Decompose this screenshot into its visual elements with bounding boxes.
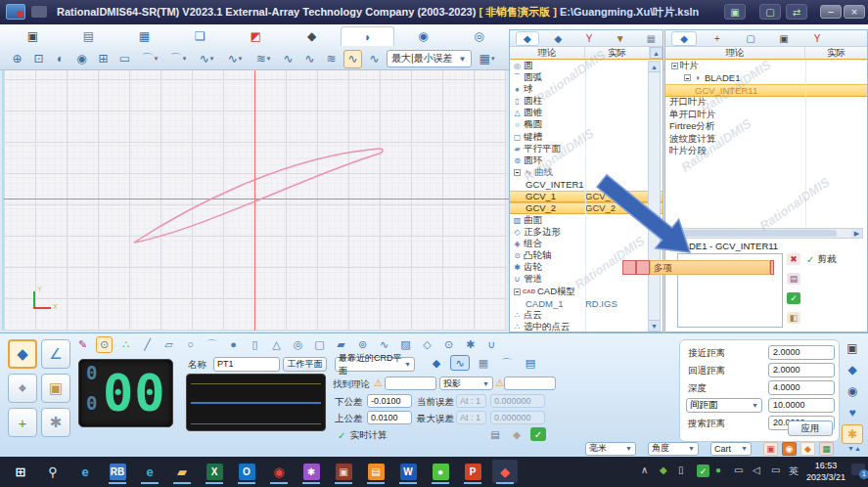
scrollbar-right-icon[interactable]: ▶ <box>851 229 862 238</box>
settings-gear-icon[interactable]: ✱ <box>842 424 863 444</box>
tree-row-圆环[interactable]: ⊚圆环 <box>510 155 662 166</box>
tree-row-Firtree分析[interactable]: Firtree分析 <box>665 121 867 134</box>
chevron-down-icon[interactable]: ▾ <box>239 55 243 63</box>
ime-indicator[interactable]: 英 <box>789 465 799 478</box>
workplane-button[interactable]: 工作平面 <box>283 357 327 372</box>
checkbox-green-icon[interactable]: ✓ <box>787 292 800 304</box>
tree-row-椭圆[interactable]: ○椭圆 <box>510 119 662 131</box>
phone-tray-icon[interactable]: ▯ <box>678 465 684 475</box>
tree-row-点云[interactable]: ∴点云 <box>510 309 662 321</box>
output-tab[interactable]: ▣ <box>6 26 60 46</box>
surface-tool[interactable]: ▨ <box>397 336 414 353</box>
param-input-回退距离[interactable]: 2.0000 <box>768 363 835 377</box>
column-theory[interactable]: 理论 <box>665 47 805 59</box>
measure-pen-tool[interactable]: ✎ <box>74 336 91 353</box>
delete-red-icon[interactable]: ✖ <box>787 253 800 265</box>
screen-capture-tool[interactable]: ▭ <box>115 50 134 68</box>
outlook-icon[interactable]: O <box>234 460 259 483</box>
excel-icon[interactable]: X <box>202 460 227 483</box>
probe-path-tool-4[interactable]: ∿▾ <box>222 50 248 68</box>
layers-tab[interactable]: ❏ <box>173 26 227 46</box>
slot-tool[interactable]: ▢ <box>311 336 328 353</box>
gear-tool[interactable]: ✱ <box>462 336 479 353</box>
tree-row-圆[interactable]: ◎圆 <box>510 60 662 71</box>
colors-tab[interactable]: ◩ <box>229 26 283 46</box>
pipe-tool[interactable]: ∪ <box>483 336 500 353</box>
gauge-box-button[interactable]: ▣ <box>41 374 70 403</box>
tree-row-圆柱[interactable]: ▯圆柱 <box>510 95 662 107</box>
volume-tray-icon[interactable]: ◁ <box>753 465 760 475</box>
blue-app-icon[interactable]: RB <box>105 460 130 483</box>
probe-path-tool-1[interactable]: ⌒▾ <box>137 50 162 68</box>
apply-button[interactable]: 应用 <box>788 421 833 436</box>
geom-display-icon[interactable]: ◆ <box>427 355 446 371</box>
scroll-up-button[interactable]: ▲ <box>650 47 662 59</box>
tree-row-单开口叶片[interactable]: 单开口叶片 <box>665 109 867 121</box>
polygon-tool[interactable]: ◇ <box>419 336 435 353</box>
eraser-icon[interactable]: ◆ <box>509 427 525 441</box>
taskbar-clock[interactable]: 16:53 2023/3/21 <box>802 460 849 483</box>
param-input-接近距离[interactable]: 2.0000 <box>768 345 835 360</box>
scrollbar-down-icon[interactable]: ▼ <box>649 320 660 331</box>
point-tool[interactable]: ⊙ <box>96 336 113 353</box>
chevron-down-icon[interactable]: ▾ <box>267 55 271 63</box>
notification-center-icon[interactable]: 1 <box>851 464 865 475</box>
y-tool-tab[interactable]: Y <box>804 31 830 46</box>
curve-eval-tool[interactable]: ∿ <box>343 50 362 68</box>
pan-view-tool[interactable]: ⊕ <box>8 50 26 68</box>
window-mode-icon[interactable]: ▢ <box>759 4 781 20</box>
powerpoint-icon[interactable]: P <box>460 460 485 483</box>
tree-row-叶片分段[interactable]: 叶片分段 <box>665 146 867 158</box>
start-button[interactable]: ⊞ <box>8 460 33 483</box>
found-theory-input[interactable] <box>385 376 436 390</box>
sphere-tool[interactable]: ● <box>225 336 242 353</box>
chrome-icon[interactable]: ◉ <box>266 460 292 483</box>
window-tab[interactable]: ▢ <box>738 31 763 46</box>
probe-path-tool-2[interactable]: ⌒▾ <box>165 50 191 68</box>
column-actual[interactable]: 实际 <box>805 47 867 59</box>
upper-tolerance-input[interactable]: 0.0100 <box>367 411 412 424</box>
crd-plane-dropdown[interactable]: 最靠近的CRD平面▼ <box>335 357 415 372</box>
chevron-down-icon[interactable]: ▾ <box>491 55 495 63</box>
close-button[interactable]: × <box>844 5 865 19</box>
circle-tool[interactable]: ○ <box>182 336 199 353</box>
curve-tool-2[interactable]: ∿ <box>300 50 319 68</box>
expand-toggle-icon[interactable] <box>514 169 521 176</box>
param-input-深度[interactable]: 4.0000 <box>768 380 835 395</box>
report-tab[interactable]: ◎ <box>452 26 506 46</box>
cone-tool[interactable]: △ <box>268 336 285 353</box>
tree-row-GCV_INTER11[interactable]: GCV_INTER11 <box>665 84 867 97</box>
tree-row-叶片[interactable]: 叶片 <box>665 60 867 72</box>
features-tab[interactable]: ◆ <box>516 31 539 46</box>
probe-button[interactable]: ⌖ <box>8 374 37 403</box>
app-menu-icon[interactable] <box>31 6 47 18</box>
lens-tab[interactable]: ◉ <box>396 26 450 46</box>
camera-tab[interactable]: ▣ <box>771 31 797 46</box>
expand-toggle-icon[interactable] <box>684 74 691 81</box>
table-view-icon[interactable]: ▦ <box>474 355 493 371</box>
tree-row-键槽[interactable]: ▢键槽 <box>510 131 662 143</box>
cylinder-tool[interactable]: ▯ <box>247 336 263 353</box>
internet-explorer-icon[interactable]: e <box>72 460 98 483</box>
caliper-button[interactable]: ∠ <box>41 339 70 369</box>
design-app-icon[interactable]: ✱ <box>298 460 324 483</box>
app-logo-icon[interactable] <box>6 4 25 20</box>
machine-setup-button[interactable]: ◆ <box>8 339 37 369</box>
tree-row-BLADE1[interactable]: ◗BLADE1 <box>665 72 867 85</box>
curve-tool-4[interactable]: ∿ <box>365 50 384 68</box>
curve-tool-3[interactable]: ≋ <box>322 50 341 68</box>
curve-tab[interactable]: ◗ <box>341 26 394 46</box>
report-badge-tool[interactable]: ▦▾ <box>475 50 500 68</box>
tree-row-选中的点云[interactable]: ∴选中的点云 <box>510 321 662 332</box>
tree-row-圆弧[interactable]: ⌒圆弧 <box>510 71 662 83</box>
record-status-icon[interactable]: ◉ <box>782 442 797 456</box>
solid-tab[interactable]: ◆ <box>547 31 571 46</box>
program-status-icon[interactable]: ▦ <box>819 442 834 456</box>
ring-tool[interactable]: ⊚ <box>354 336 371 353</box>
tree-row-平行平面[interactable]: ▰平行平面 <box>510 143 662 155</box>
sync-ok-tray-icon[interactable]: ✓ <box>697 465 709 477</box>
data-table-icon[interactable]: ▤ <box>521 355 540 371</box>
minimize-button[interactable]: − <box>820 5 842 19</box>
arc-tool[interactable]: ⌒ <box>204 336 220 353</box>
document-tab[interactable]: ▤ <box>62 26 115 46</box>
